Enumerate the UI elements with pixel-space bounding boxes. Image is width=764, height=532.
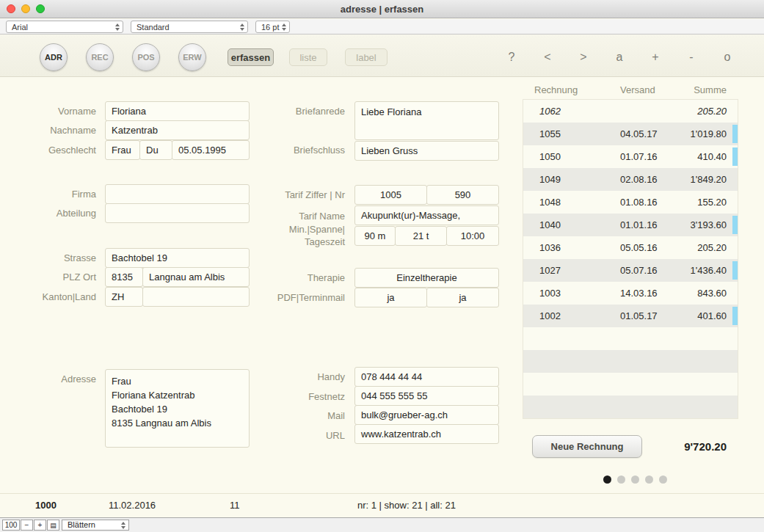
- toolbar-toggle-button[interactable]: [47, 520, 59, 531]
- handy-field[interactable]: 078 444 44 44: [354, 367, 499, 387]
- window-title: adresse | erfassen: [0, 4, 764, 15]
- add-record-button[interactable]: +: [647, 48, 664, 67]
- min-spanne-label: Min.|Spanne|: [242, 224, 345, 236]
- invoice-row[interactable]: 100314.03.16843.60: [523, 282, 738, 305]
- style-select-value: Standard: [137, 23, 170, 32]
- zoom-level[interactable]: 100: [2, 520, 20, 531]
- abteilung-field[interactable]: [105, 203, 250, 223]
- firma-label: Firma: [15, 189, 96, 200]
- strasse-field[interactable]: Bachtobel 19: [105, 248, 250, 268]
- tageszeit-field[interactable]: 10:00: [446, 226, 499, 246]
- invoice-row[interactable]: 104902.08.161'849.20: [523, 168, 738, 191]
- adresse-label: Adresse: [15, 374, 96, 385]
- invoice-summe: 155.20: [697, 191, 727, 214]
- status-toolbar: 100 Blättern: [0, 517, 764, 532]
- invoices-header-summe: Summe: [653, 84, 727, 95]
- tab-erw[interactable]: ERW: [178, 43, 206, 71]
- mode-label: Blättern: [68, 520, 95, 529]
- delete-record-button[interactable]: -: [683, 48, 700, 67]
- pagination-dot[interactable]: [645, 475, 653, 484]
- therapie-field[interactable]: Einzeltherapie: [354, 268, 499, 288]
- plz-field[interactable]: 8135: [105, 267, 143, 287]
- briefschluss-field[interactable]: Lieben Gruss: [354, 141, 499, 161]
- briefanrede-field[interactable]: Liebe Floriana: [354, 101, 499, 140]
- url-field[interactable]: www.katzentrab.ch: [354, 424, 499, 444]
- mail-field[interactable]: bulk@grueber-ag.ch: [354, 405, 499, 425]
- terminmail-field[interactable]: ja: [426, 288, 499, 307]
- record-number: 1000: [35, 500, 57, 511]
- options-button[interactable]: o: [718, 48, 736, 67]
- invoice-row[interactable]: 105001.07.16410.40: [523, 145, 738, 168]
- prev-record-button[interactable]: <: [539, 48, 556, 67]
- mode-popup[interactable]: Blättern: [62, 520, 129, 531]
- tarif-nr-field[interactable]: 590: [426, 185, 499, 205]
- kanton-field[interactable]: ZH: [105, 287, 143, 307]
- du-field[interactable]: Du: [139, 140, 172, 160]
- invoice-number: 1027: [539, 259, 561, 282]
- size-select[interactable]: 16 pt: [255, 21, 290, 33]
- invoice-summe: 843.60: [697, 282, 727, 305]
- status-separator: [0, 493, 764, 494]
- zoom-out-button[interactable]: [21, 520, 33, 531]
- tab-rec[interactable]: REC: [86, 43, 114, 71]
- invoice-summe: 1'849.20: [691, 168, 727, 191]
- festnetz-field[interactable]: 044 555 555 55: [354, 386, 499, 406]
- help-button[interactable]: ?: [503, 48, 520, 67]
- invoices-total: 9'720.20: [624, 440, 727, 453]
- anrede-field[interactable]: Frau: [105, 140, 140, 160]
- invoice-row[interactable]: 105504.05.171'019.80: [523, 123, 738, 145]
- font-select-value: Arial: [12, 23, 28, 32]
- tab-pos[interactable]: POS: [132, 43, 160, 71]
- invoice-row[interactable]: 104001.01.163'193.60: [523, 214, 738, 236]
- invoice-summe: 205.20: [697, 236, 727, 259]
- invoice-summe: 205.20: [697, 100, 727, 123]
- tarif-ziffer-field[interactable]: 1005: [354, 185, 427, 205]
- abteilung-label: Abteilung: [15, 208, 96, 219]
- invoice-versand-date: 01.05.17: [620, 305, 658, 327]
- pdf-terminmail-label: PDF|Terminmail: [242, 292, 345, 304]
- invoice-row[interactable]: 103605.05.16205.20: [523, 236, 738, 259]
- tab-adr[interactable]: ADR: [40, 43, 68, 71]
- adresse-field[interactable]: Frau Floriana Katzentrab Bachtobel 19 81…: [105, 369, 250, 448]
- pagination-dot[interactable]: [659, 475, 667, 484]
- invoice-row[interactable]: 102705.07.161'436.40: [523, 259, 738, 282]
- nachname-field[interactable]: Katzentrab: [105, 120, 250, 140]
- record-date: 11.02.2016: [109, 500, 156, 511]
- zoom-in-button[interactable]: [34, 520, 46, 531]
- invoice-number: 1002: [539, 305, 561, 327]
- next-record-button[interactable]: >: [575, 48, 592, 67]
- invoice-row[interactable]: 1062205.20: [523, 100, 738, 123]
- dropdown-stepper-icon: [115, 23, 120, 31]
- pagination-dot[interactable]: [603, 475, 611, 484]
- tarif-name-field[interactable]: Akupunkt(ur)-Massage,: [354, 205, 499, 225]
- view-label-button[interactable]: label: [345, 48, 388, 66]
- geschlecht-label: Geschlecht: [15, 145, 96, 156]
- view-liste-button[interactable]: liste: [289, 48, 327, 66]
- firma-field[interactable]: [105, 184, 250, 204]
- min-field[interactable]: 90 m: [354, 226, 396, 246]
- invoice-summe: 1'436.40: [691, 259, 727, 282]
- invoice-versand-date: 01.01.16: [620, 214, 658, 236]
- invoice-row[interactable]: [523, 327, 738, 350]
- ort-field[interactable]: Langnau am Albis: [142, 267, 250, 287]
- spanne-field[interactable]: 21 t: [395, 226, 447, 246]
- pdf-field[interactable]: ja: [354, 288, 427, 307]
- all-records-button[interactable]: a: [611, 48, 628, 67]
- invoice-row[interactable]: [523, 396, 738, 418]
- invoice-row[interactable]: 100201.05.17401.60: [523, 305, 738, 327]
- invoice-versand-date: 05.05.16: [620, 236, 658, 259]
- pagination-dot[interactable]: [617, 475, 625, 484]
- view-erfassen-button[interactable]: erfassen: [228, 48, 274, 66]
- invoice-row[interactable]: 104801.08.16155.20: [523, 191, 738, 214]
- pagination-dot[interactable]: [631, 475, 639, 484]
- land-field[interactable]: [142, 287, 250, 307]
- invoice-row[interactable]: [523, 350, 738, 373]
- geburtsdatum-field[interactable]: 05.05.1995: [172, 140, 250, 160]
- invoice-versand-date: 02.08.16: [620, 168, 658, 191]
- titlebar: adresse | erfassen: [0, 0, 764, 18]
- style-select[interactable]: Standard: [131, 21, 248, 33]
- vorname-field[interactable]: Floriana: [105, 101, 250, 121]
- invoice-row[interactable]: [523, 373, 738, 396]
- invoice-summe: 1'019.80: [691, 123, 727, 145]
- font-select[interactable]: Arial: [6, 21, 123, 33]
